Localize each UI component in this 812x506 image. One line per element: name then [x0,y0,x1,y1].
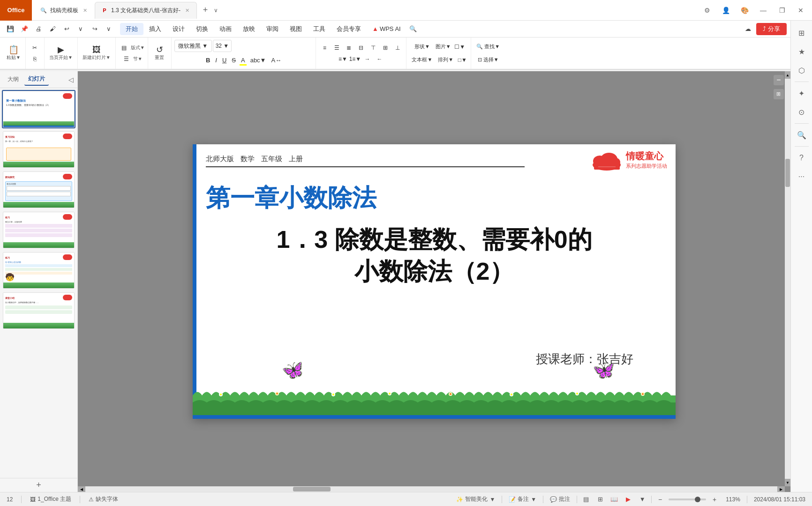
layout-button[interactable]: ▤ [119,43,130,53]
shape-button[interactable]: 形状▼ [412,41,432,53]
quick-print-button[interactable]: 🖨 [32,22,45,36]
slide-thumb-4[interactable]: 练习 独立计算，比较结果 [2,211,75,249]
strikethrough-button[interactable]: S [229,54,238,67]
status-smart-beauty[interactable]: ✨ 智能美化 ▼ [453,494,498,504]
right-panel-transform-btn[interactable]: ⬡ [793,62,810,79]
zoom-percent-display[interactable]: 113% [723,495,743,504]
font-size-dropdown[interactable]: 32 ▼ [213,40,232,52]
right-panel-magic-btn[interactable]: ✦ [793,85,810,102]
horizontal-scrollbar[interactable]: ◀ ▶ [78,486,785,492]
sidebar-tab-outline[interactable]: 大纲 [4,74,23,85]
font-name-dropdown[interactable]: 微软雅黑 ▼ [174,40,212,52]
copy-button[interactable]: ⎘ [29,54,40,64]
add-slide-button[interactable]: + [0,478,77,492]
undo-button[interactable]: ↩ [60,22,73,36]
slide-thumb-3[interactable]: 新知探究 算法示意图 [2,171,75,209]
align-right-button[interactable]: ≣ [343,43,354,53]
underline-button[interactable]: U [220,54,229,67]
tab-presentation-close[interactable]: ✕ [183,7,191,14]
redo-dropdown[interactable]: ∨ [102,22,115,36]
view-normal-btn[interactable]: ▤ [581,494,591,505]
vertical-scrollbar[interactable]: ▲ ▼ [785,71,790,486]
tab-template-close[interactable]: ✕ [81,7,89,14]
align-center-button[interactable]: ☰ [331,43,342,53]
zoom-plus-btn[interactable]: + [710,495,719,504]
skin-button[interactable]: 🎨 [737,4,752,17]
highlight-button[interactable]: abc▼ [248,54,269,67]
new-slide-button[interactable]: 🖼 新建幻灯片▼ [81,45,113,62]
view-grid-btn[interactable]: ⊞ [595,494,605,505]
tab-presentation[interactable]: P 1.3 文化基础类八组-张吉好- ✕ [95,2,197,19]
numbering-button[interactable]: 1≡▼ [349,54,361,64]
play-from-current-button[interactable]: ▶ 当页开始▼ [47,45,75,62]
picture-button[interactable]: 图片▼ [433,41,453,53]
align-justify-button[interactable]: ⊟ [355,43,367,53]
search-button[interactable]: 🔍 [406,22,420,36]
select-button[interactable]: ⊡ 选择▼ [475,54,501,66]
increase-indent-button[interactable]: → [361,54,373,64]
scroll-right-button[interactable]: ▶ [777,486,785,492]
menu-start[interactable]: 开始 [120,23,143,35]
align-top-button[interactable]: ⊤ [368,43,379,53]
slide-thumb-6[interactable]: 课堂小结 在小数除法中，如果被除数位数不够…… [2,291,75,330]
cloud-save-button[interactable]: ☁ [741,22,754,36]
scroll-up-button[interactable]: ▲ [785,71,790,79]
align-middle-button[interactable]: ⊞ [380,43,391,53]
slide-thumb-5[interactable]: 练习 在□里填上适当的数 🧒 [2,251,75,290]
cut-button[interactable]: ✂ [29,43,40,53]
scroll-thumb-v[interactable] [785,159,790,187]
slide-thumb-2[interactable]: 复习旧知 算一算，比一比，你有什么发现？ [2,130,75,169]
decrease-indent-button[interactable]: ← [374,54,385,64]
play-slideshow-btn[interactable]: ▶ [623,494,633,505]
char-spacing-button[interactable]: A↔ [269,54,284,67]
menu-tools[interactable]: 工具 [308,23,331,35]
bullet-button[interactable]: ≡▼ [337,54,348,64]
status-missing-font[interactable]: ⚠ 缺失字体 [86,494,121,504]
settings-button[interactable]: ⚙ [699,4,714,17]
share-button[interactable]: ⤴ 分享 [756,23,787,35]
menu-design[interactable]: 设计 [167,23,190,35]
sidebar-collapse-button[interactable]: ◁ [68,76,74,83]
arrange2-button[interactable]: □▼ [457,55,468,65]
tab-template[interactable]: 🔍 找稿壳模板 ✕ [34,2,95,19]
fit-page-button[interactable]: ⊞ [774,89,784,99]
office-logo[interactable]: Office [0,0,32,21]
reset-button[interactable]: ↺ 重置 [151,45,168,62]
add-tab-button[interactable]: + [199,4,212,17]
menu-review[interactable]: 审阅 [261,23,284,35]
quick-save-button[interactable]: 💾 [4,22,17,36]
status-theme[interactable]: 🖼 1_Office 主题 [27,494,74,504]
menu-wps-ai[interactable]: ▲WPS AI [367,23,406,34]
right-panel-scan-btn[interactable]: ⊙ [793,104,810,120]
sortby-button[interactable]: 排列▼ [436,54,456,66]
zoom-slider[interactable] [669,499,706,500]
sidebar-tab-slides[interactable]: 幻灯片 [24,73,49,86]
close-button[interactable]: ✕ [793,4,808,17]
find-button[interactable]: 🔍 查找▼ [474,41,502,53]
quick-pin-button[interactable]: 📌 [18,22,31,36]
menu-transition[interactable]: 切换 [190,23,214,35]
menu-view[interactable]: 视图 [284,23,308,35]
paste-button[interactable]: 📋 粘贴▼ [5,45,23,62]
status-page-info[interactable]: 12 [4,495,15,504]
align-bottom-button[interactable]: ⊥ [392,43,403,53]
bold-button[interactable]: B [203,54,212,67]
restore-button[interactable]: ❐ [774,4,789,17]
menu-insert[interactable]: 插入 [143,23,167,35]
textbox-button[interactable]: 文本框▼ [409,54,435,66]
arrange-button[interactable]: ☐▼ [454,42,466,52]
zoom-minus-btn[interactable]: − [655,495,665,504]
align-left-button[interactable]: ≡ [319,43,330,53]
right-panel-star-btn[interactable]: ★ [793,43,810,60]
right-panel-search-btn[interactable]: 🔍 [793,126,810,143]
account-button[interactable]: 👤 [718,4,733,17]
menu-animation[interactable]: 动画 [214,23,237,35]
play-dropdown-btn[interactable]: ▼ [637,494,647,505]
view-reader-btn[interactable]: 📖 [609,494,619,505]
zoom-slider-thumb[interactable] [695,497,700,502]
status-notes[interactable]: 📝 备注 ▼ [506,494,539,504]
scroll-thumb-h[interactable] [293,487,331,491]
italic-button[interactable]: I [213,54,219,67]
undo-dropdown[interactable]: ∨ [74,22,87,36]
font-color-button[interactable]: A [239,54,248,67]
